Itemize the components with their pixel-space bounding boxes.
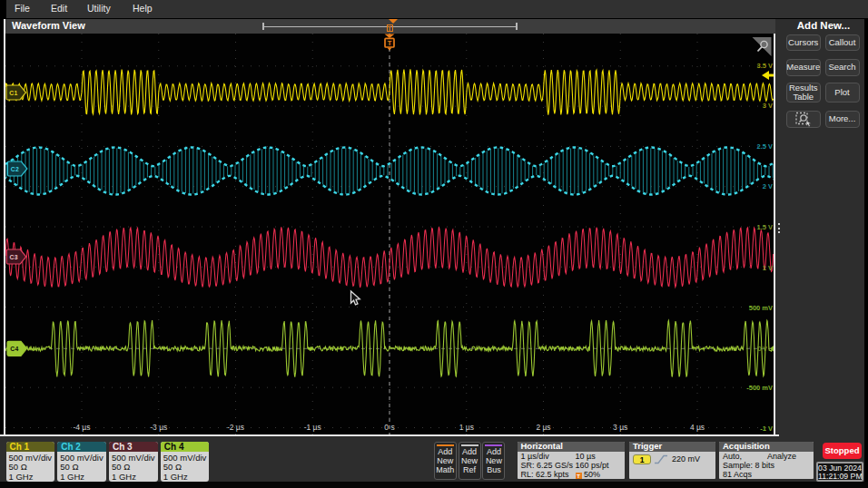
svg-text:-500 mV: -500 mV xyxy=(746,384,773,392)
svg-text:-1 µs: -1 µs xyxy=(304,423,321,432)
svg-text:0 s: 0 s xyxy=(384,423,394,432)
svg-text:T: T xyxy=(388,39,392,47)
svg-text:C4: C4 xyxy=(10,346,19,352)
svg-text:-2 µs: -2 µs xyxy=(227,423,244,432)
svg-text:-3 µs: -3 µs xyxy=(150,423,167,432)
svg-text:2 V: 2 V xyxy=(763,182,773,190)
svg-text:4 µs: 4 µs xyxy=(690,423,705,432)
svg-text:C3: C3 xyxy=(10,254,19,260)
svg-text:3 V: 3 V xyxy=(763,102,773,110)
svg-text:0 V: 0 V xyxy=(757,346,767,352)
svg-text:3 µs: 3 µs xyxy=(613,423,627,432)
svg-text:3.5 V: 3.5 V xyxy=(756,62,773,70)
svg-text:-4 µs: -4 µs xyxy=(73,423,90,432)
svg-text:2.5 V: 2.5 V xyxy=(756,142,773,151)
svg-text:1 µs: 1 µs xyxy=(459,423,474,432)
svg-text:1 V: 1 V xyxy=(763,264,773,272)
svg-text:2 µs: 2 µs xyxy=(536,423,550,432)
svg-text:C1: C1 xyxy=(9,90,18,96)
svg-text:500 mV: 500 mV xyxy=(749,304,773,312)
svg-text:C2: C2 xyxy=(11,166,20,172)
svg-text:-1 V: -1 V xyxy=(760,425,773,433)
svg-text:1.5 V: 1.5 V xyxy=(756,223,773,231)
